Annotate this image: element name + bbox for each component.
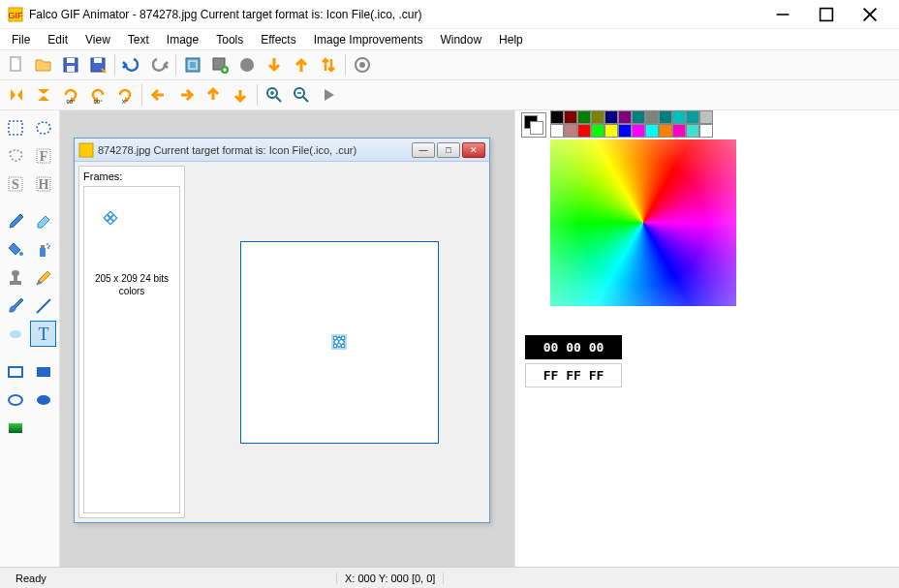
zoom-out-button[interactable] xyxy=(289,82,314,108)
pencil-tool[interactable] xyxy=(30,264,56,291)
close-button[interactable] xyxy=(848,0,891,28)
color-swatch[interactable] xyxy=(577,124,591,138)
rotate-cw-90-button[interactable]: 90° xyxy=(58,82,83,108)
move-left-button[interactable] xyxy=(146,82,171,108)
color-swatch[interactable] xyxy=(564,124,577,138)
color-swatch[interactable] xyxy=(564,110,577,124)
new-button[interactable] xyxy=(4,52,29,77)
color-swatch[interactable] xyxy=(550,124,564,138)
color-swatch[interactable] xyxy=(672,110,686,124)
svg-point-18 xyxy=(359,62,365,68)
minimize-button[interactable] xyxy=(760,0,804,28)
circle-tool-button[interactable] xyxy=(234,52,260,77)
gradient-tool[interactable] xyxy=(2,415,28,441)
select-style-tool[interactable]: S xyxy=(2,170,28,197)
move-up-button[interactable] xyxy=(201,82,226,108)
move-down-button[interactable] xyxy=(228,82,253,108)
frame-thumbnail[interactable]: 205 x 209 24 bits colors xyxy=(83,186,180,513)
rotate-ccw-90-button[interactable]: 90° xyxy=(85,82,110,108)
color-swatch[interactable] xyxy=(604,124,618,138)
statusbar: Ready X: 000 Y: 000 [0, 0] xyxy=(0,567,899,588)
color-swatch[interactable] xyxy=(577,110,591,124)
menu-text[interactable]: Text xyxy=(120,31,157,48)
svg-text:90°: 90° xyxy=(93,99,103,105)
fg-color-value[interactable]: 00 00 00 xyxy=(525,335,622,359)
color-swatch[interactable] xyxy=(645,110,659,124)
color-swatch[interactable] xyxy=(618,124,632,138)
menu-window[interactable]: Window xyxy=(432,31,489,48)
rect-fill-tool[interactable] xyxy=(30,358,56,385)
rotate-free-button[interactable]: X° xyxy=(112,82,138,108)
color-swatch[interactable] xyxy=(591,110,604,124)
doc-minimize-button[interactable]: — xyxy=(412,142,435,158)
color-swatch[interactable] xyxy=(659,110,672,124)
select-font-tool[interactable]: F xyxy=(30,142,56,169)
menu-effects[interactable]: Effects xyxy=(253,31,303,48)
add-frame-button[interactable] xyxy=(207,52,232,77)
move-right-button[interactable] xyxy=(173,82,199,108)
svg-rect-11 xyxy=(94,58,102,63)
ellipse-outline-tool[interactable] xyxy=(2,387,28,413)
select-rect-tool[interactable] xyxy=(2,114,28,140)
blur-tool[interactable] xyxy=(2,321,28,347)
arrow-down-button[interactable] xyxy=(262,52,287,77)
menu-image[interactable]: Image xyxy=(159,31,206,48)
color-swatch[interactable] xyxy=(591,124,604,138)
menu-tools[interactable]: Tools xyxy=(208,31,251,48)
rect-outline-tool[interactable] xyxy=(2,358,28,385)
arrow-up-button[interactable] xyxy=(289,52,314,77)
menu-view[interactable]: View xyxy=(78,31,118,48)
save-button[interactable] xyxy=(58,52,83,77)
flip-h-button[interactable] xyxy=(4,82,29,108)
arrows-vert-button[interactable] xyxy=(316,52,341,77)
menu-image-improvements[interactable]: Image Improvements xyxy=(306,31,431,48)
zoom-in-button[interactable] xyxy=(262,82,287,108)
color-swatch[interactable] xyxy=(672,124,686,138)
play-button[interactable] xyxy=(316,82,341,108)
eraser-tool[interactable] xyxy=(30,208,56,234)
redo-button[interactable] xyxy=(146,52,171,77)
spray-tool[interactable] xyxy=(30,236,56,263)
undo-button[interactable] xyxy=(119,52,144,77)
open-button[interactable] xyxy=(31,52,56,77)
stamp-tool[interactable] xyxy=(2,264,28,291)
select-ellipse-tool[interactable] xyxy=(30,114,56,140)
color-swatch[interactable] xyxy=(645,124,659,138)
doc-maximize-button[interactable]: □ xyxy=(437,142,460,158)
flip-v-button[interactable] xyxy=(31,82,56,108)
color-swatch[interactable] xyxy=(659,124,672,138)
menu-edit[interactable]: Edit xyxy=(40,31,76,48)
svg-rect-36 xyxy=(41,245,45,248)
color-swatch[interactable] xyxy=(618,110,632,124)
color-picker[interactable] xyxy=(550,139,736,306)
eyedropper-tool[interactable] xyxy=(2,208,28,234)
fill-tool[interactable] xyxy=(2,236,28,263)
color-swatch[interactable] xyxy=(632,124,645,138)
text-tool[interactable]: T xyxy=(30,321,56,347)
color-swatch[interactable] xyxy=(699,124,713,138)
color-swatch[interactable] xyxy=(632,110,645,124)
bg-color-value[interactable]: FF FF FF xyxy=(525,363,622,387)
color-swatch[interactable] xyxy=(686,110,699,124)
ellipse-fill-tool[interactable] xyxy=(30,387,56,413)
canvas-preview[interactable] xyxy=(189,162,489,522)
crop-button[interactable] xyxy=(180,52,205,77)
doc-close-button[interactable]: ✕ xyxy=(462,142,485,158)
maximize-button[interactable] xyxy=(804,0,848,28)
select-h-tool[interactable]: H xyxy=(30,170,56,197)
color-swatch[interactable] xyxy=(604,110,618,124)
record-button[interactable] xyxy=(350,52,375,77)
select-lasso-tool[interactable] xyxy=(2,142,28,169)
line-tool[interactable] xyxy=(30,293,56,319)
color-swatch[interactable] xyxy=(550,110,564,124)
color-swatch[interactable] xyxy=(686,124,699,138)
brush-tool[interactable] xyxy=(2,293,28,319)
save-as-button[interactable] xyxy=(85,52,110,77)
menu-help[interactable]: Help xyxy=(491,31,531,48)
color-swatch[interactable] xyxy=(699,110,713,124)
svg-point-39 xyxy=(47,247,49,249)
document-titlebar[interactable]: 874278.jpg Current target format is: Ico… xyxy=(75,139,489,162)
svg-text:T: T xyxy=(38,325,48,344)
menu-file[interactable]: File xyxy=(4,31,38,48)
fg-bg-indicator[interactable] xyxy=(521,112,546,138)
